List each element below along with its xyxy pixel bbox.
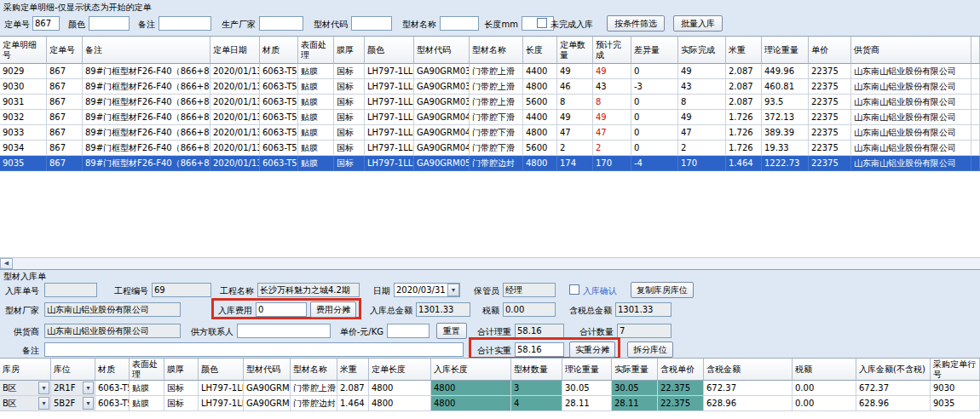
reset-button[interactable]: 重置 bbox=[436, 323, 467, 339]
table-row[interactable]: B区▾2R1F▾6063-T5贴膜国标LH797-1LL0GA90GRM03门带… bbox=[0, 381, 980, 396]
table-cell: 贴膜 bbox=[130, 396, 164, 411]
table-cell: 8 bbox=[557, 95, 593, 110]
column-header: 入库长度 bbox=[431, 359, 511, 381]
table-cell: 2.087 bbox=[726, 79, 762, 95]
weight-allocate-button[interactable]: 实重分摊 bbox=[569, 342, 615, 358]
unfinished-checkbox[interactable] bbox=[537, 18, 547, 28]
fee-label: 入库费用 bbox=[215, 303, 252, 318]
horizontal-scrollbar[interactable]: ◀ bbox=[0, 257, 980, 270]
table-row[interactable]: 903186789#门框型材F26-F40（866+867）2020/01/13… bbox=[0, 95, 980, 110]
filter-input[interactable] bbox=[159, 16, 211, 31]
table-cell: 9031 bbox=[0, 95, 47, 110]
table-cell: 4800 bbox=[523, 125, 557, 141]
column-header: 单价 bbox=[809, 37, 851, 64]
fee-allocate-button[interactable]: 费用分摊 bbox=[310, 301, 356, 318]
table-cell: 8 bbox=[593, 95, 631, 110]
table-row[interactable]: 902986789#门框型材F26-F40（866+867）2020/01/13… bbox=[0, 64, 980, 79]
table-row[interactable]: B区▾5B2F▾6063-T5贴膜国标LH797-1LL0GA90GRM05门带… bbox=[0, 396, 980, 411]
scrollbar-track[interactable] bbox=[13, 258, 980, 270]
table-cell: GA90GRM03 bbox=[414, 79, 470, 95]
theo-weight-field[interactable] bbox=[515, 324, 564, 338]
actual-weight-field[interactable] bbox=[515, 342, 564, 357]
table-cell bbox=[971, 110, 980, 125]
inbound-no-field[interactable] bbox=[44, 283, 97, 297]
unit-price-field[interactable] bbox=[387, 324, 429, 338]
table-cell: 山东南山铝业股份有限公司 bbox=[851, 141, 971, 156]
table-cell: 9030 bbox=[0, 79, 47, 95]
table-cell: 389.39 bbox=[762, 125, 809, 141]
table-cell: 4 bbox=[511, 396, 562, 411]
column-filler bbox=[971, 37, 980, 64]
table-cell: 门带腔上滑 bbox=[470, 95, 523, 110]
table-cell: 门带腔下滑 bbox=[470, 141, 523, 156]
table-cell: GA90GRM04 bbox=[414, 141, 470, 156]
table-cell: 22375 bbox=[809, 156, 851, 171]
chevron-down-icon[interactable]: ▾ bbox=[38, 382, 49, 394]
maker-field[interactable] bbox=[44, 302, 181, 317]
split-location-button[interactable]: 拆分库位 bbox=[627, 342, 673, 358]
total-amount-field[interactable] bbox=[416, 302, 470, 317]
table-cell: 2020/01/13 bbox=[210, 110, 260, 125]
note-field[interactable] bbox=[44, 342, 464, 357]
table-cell: 9030 bbox=[931, 381, 980, 396]
table-cell: 22375 bbox=[809, 141, 851, 156]
batch-inbound-button[interactable]: 批量入库 bbox=[673, 15, 723, 32]
filter-input[interactable] bbox=[351, 16, 392, 31]
table-cell: 867 bbox=[47, 110, 83, 125]
filter-input[interactable] bbox=[259, 16, 303, 31]
table-cell: 628.96 bbox=[704, 396, 793, 411]
table-cell: 山东南山铝业股份有限公司 bbox=[851, 110, 971, 125]
tax-field[interactable] bbox=[503, 302, 556, 317]
table-row[interactable]: 903586789#门框型材F26-F40（866+867）2020/01/13… bbox=[0, 156, 980, 171]
filter-input[interactable] bbox=[89, 16, 130, 31]
table-row[interactable]: 903286789#门框型材F26-F40（866+867）2020/01/13… bbox=[0, 110, 980, 125]
filter-input[interactable] bbox=[440, 16, 479, 31]
keeper-field[interactable] bbox=[503, 283, 556, 297]
calendar-dropdown-icon[interactable]: ▾ bbox=[447, 284, 459, 296]
panel-title: 采购定单明细-仅显示状态为开始的定单 bbox=[3, 2, 152, 14]
table-row[interactable]: 903086789#门框型材F26-F40（866+867）2020/01/13… bbox=[0, 79, 980, 95]
table-cell: 2020/01/13 bbox=[210, 95, 260, 110]
column-header: 定单号 bbox=[47, 37, 83, 64]
chevron-down-icon[interactable]: ▾ bbox=[83, 382, 94, 394]
table-cell: 山东南山铝业股份有限公司 bbox=[851, 95, 971, 110]
table-cell: LH797-1LL0 bbox=[365, 79, 414, 95]
chevron-down-icon[interactable]: ▾ bbox=[38, 397, 49, 410]
table-cell: 867 bbox=[47, 95, 83, 110]
project-no-field[interactable] bbox=[152, 283, 211, 297]
table-cell: 28.11 bbox=[562, 396, 612, 411]
table-cell: 19.33 bbox=[762, 141, 809, 156]
scroll-left-icon[interactable]: ◀ bbox=[0, 258, 13, 269]
stock-table: 库房库位材质表面处理膜厚颜色型材代码型材名称米重定单长度入库长度型材数量理论重量… bbox=[0, 358, 980, 419]
column-header: 型材名称 bbox=[470, 37, 523, 64]
filter-label: 生产厂家 bbox=[216, 17, 256, 32]
column-header: 颜色 bbox=[365, 37, 414, 64]
filter-by-condition-button[interactable]: 按条件筛选 bbox=[607, 15, 665, 32]
column-header: 膜厚 bbox=[164, 359, 199, 381]
table-cell: 2R1F▾ bbox=[51, 381, 95, 396]
filter-input[interactable] bbox=[32, 16, 60, 31]
table-row[interactable]: 903486789#门框型材F26-F40（866+867）2020/01/13… bbox=[0, 141, 980, 156]
copy-location-button[interactable]: 复制库房库位 bbox=[631, 282, 694, 298]
total-qty-field[interactable] bbox=[617, 324, 672, 338]
table-cell: 贴膜 bbox=[298, 79, 334, 95]
table-cell: 9032 bbox=[0, 110, 47, 125]
table-cell: 2.087 bbox=[337, 381, 369, 396]
supplier-field[interactable] bbox=[44, 324, 181, 338]
table-cell: 89#门框型材F26-F40（866+867） bbox=[83, 110, 210, 125]
column-header: 材质 bbox=[95, 359, 130, 381]
table-row[interactable]: 903386789#门框型材F26-F40（866+867）2020/01/13… bbox=[0, 125, 980, 141]
contact-field[interactable] bbox=[237, 324, 331, 338]
table-cell: 47 bbox=[557, 125, 593, 141]
chevron-down-icon[interactable]: ▾ bbox=[83, 397, 94, 410]
table-cell: 山东南山铝业股份有限公司 bbox=[851, 156, 971, 171]
project-name-field[interactable] bbox=[257, 283, 360, 297]
column-header: 税额 bbox=[793, 359, 856, 381]
table-cell: 国标 bbox=[164, 381, 199, 396]
inbound-confirm-checkbox[interactable] bbox=[569, 284, 579, 295]
fee-field[interactable] bbox=[256, 302, 307, 317]
table-cell: 0 bbox=[631, 64, 678, 79]
filter-label: 型材名称 bbox=[397, 17, 436, 32]
table-cell bbox=[971, 156, 980, 171]
taxed-total-field[interactable] bbox=[615, 302, 672, 317]
